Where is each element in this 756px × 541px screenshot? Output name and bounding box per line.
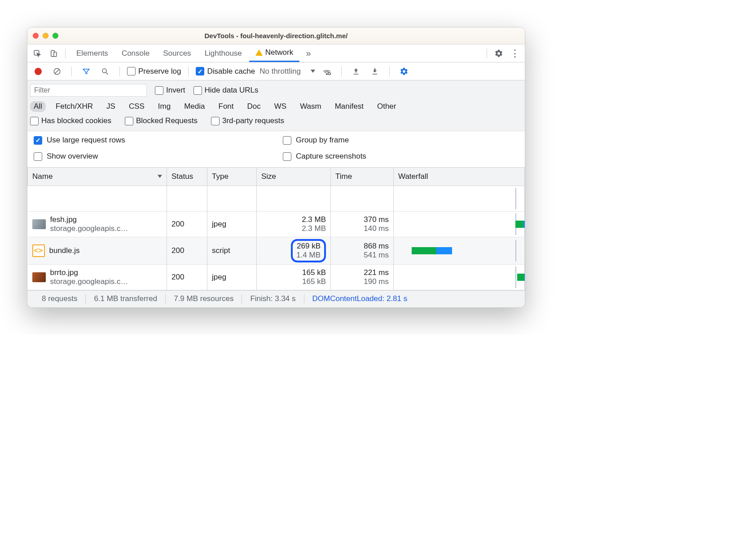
titlebar: DevTools - foul-heavenly-direction.glitc… <box>27 27 525 44</box>
type-fetchxhr[interactable]: Fetch/XHR <box>52 101 97 112</box>
settings-icon[interactable] <box>492 46 506 61</box>
row-size-resource: 165 kB <box>261 277 326 286</box>
row-time-latency: 140 ms <box>335 224 389 233</box>
status-transferred: 6.1 MB transferred <box>86 294 166 303</box>
waterfall-cell <box>398 240 520 262</box>
tab-console[interactable]: Console <box>115 44 156 62</box>
options-grid: ✓ Use large request rows Group by frame … <box>27 131 525 168</box>
blocked-requests-label: Blocked Requests <box>136 116 198 125</box>
tab-list: Elements Console Sources Lighthouse Netw… <box>70 44 299 62</box>
divider <box>487 49 487 58</box>
type-ws[interactable]: WS <box>271 101 290 112</box>
row-size-resource: 1.4 MB <box>296 251 321 260</box>
upload-icon[interactable] <box>349 64 363 79</box>
col-time[interactable]: Time <box>331 168 394 186</box>
filter-icon[interactable] <box>79 64 93 79</box>
search-icon[interactable] <box>98 64 112 79</box>
type-filter-row: All Fetch/XHR JS CSS Img Media Font Doc … <box>30 98 522 115</box>
row-time-latency: 190 ms <box>335 277 389 286</box>
status-requests: 8 requests <box>34 294 86 303</box>
record-button[interactable] <box>31 64 45 79</box>
filter-area: Invert Hide data URLs All Fetch/XHR JS C… <box>27 80 525 131</box>
table-row[interactable] <box>28 186 525 211</box>
divider <box>341 67 342 76</box>
type-media[interactable]: Media <box>180 101 208 112</box>
checkbox-icon <box>125 117 133 125</box>
status-domcontentloaded: DOMContentLoaded: 2.81 s <box>304 294 416 303</box>
type-other[interactable]: Other <box>374 101 400 112</box>
type-all[interactable]: All <box>30 101 46 112</box>
type-manifest[interactable]: Manifest <box>331 101 367 112</box>
table-row[interactable]: brrto.jpg storage.googleapis.c… 200 jpeg… <box>28 264 525 290</box>
device-toggle-icon[interactable] <box>46 46 61 61</box>
svg-point-7 <box>326 73 328 75</box>
row-size-transfer: 2.3 MB <box>261 215 326 224</box>
checkbox-icon <box>193 86 202 95</box>
col-type[interactable]: Type <box>207 168 257 186</box>
group-by-frame-checkbox[interactable]: Group by frame <box>283 136 519 145</box>
disable-cache-label: Disable cache <box>207 67 255 76</box>
row-type: script <box>207 237 257 264</box>
type-css[interactable]: CSS <box>125 101 148 112</box>
col-waterfall[interactable]: Waterfall <box>394 168 525 186</box>
show-overview-checkbox[interactable]: Show overview <box>34 152 269 161</box>
warning-icon <box>255 49 263 56</box>
filter-input[interactable] <box>30 84 147 97</box>
divider <box>188 67 189 76</box>
type-font[interactable]: Font <box>215 101 237 112</box>
network-toolbar: Preserve log ✓ Disable cache No throttli… <box>27 62 525 80</box>
checkbox-icon <box>127 67 136 75</box>
col-size[interactable]: Size <box>257 168 331 186</box>
blocked-cookies-checkbox[interactable]: Has blocked cookies <box>30 116 111 125</box>
col-status[interactable]: Status <box>167 168 207 186</box>
tab-elements[interactable]: Elements <box>70 44 114 62</box>
row-size-transfer: 269 kB <box>296 242 321 251</box>
row-status: 200 <box>167 237 207 264</box>
invert-checkbox[interactable]: Invert <box>155 86 185 95</box>
type-doc[interactable]: Doc <box>244 101 264 112</box>
row-domain: storage.googleapis.c… <box>50 224 128 233</box>
row-time-latency: 541 ms <box>335 251 389 260</box>
file-thumb-icon <box>32 272 46 282</box>
type-img[interactable]: Img <box>154 101 174 112</box>
tab-network-label: Network <box>265 48 293 57</box>
devtools-window: DevTools - foul-heavenly-direction.glitc… <box>27 27 525 308</box>
tab-network[interactable]: Network <box>249 44 299 62</box>
svg-rect-2 <box>54 52 57 57</box>
tab-sources[interactable]: Sources <box>157 44 197 62</box>
tab-lighthouse[interactable]: Lighthouse <box>198 44 248 62</box>
status-finish: Finish: 3.34 s <box>242 294 304 303</box>
status-bar: 8 requests 6.1 MB transferred 7.9 MB res… <box>27 290 525 307</box>
large-rows-checkbox[interactable]: ✓ Use large request rows <box>34 136 269 145</box>
clear-button[interactable] <box>50 64 64 79</box>
script-file-icon: <> <box>32 244 45 257</box>
network-settings-icon[interactable] <box>397 64 411 79</box>
preserve-log-checkbox[interactable]: Preserve log <box>127 67 181 76</box>
blocked-requests-checkbox[interactable]: Blocked Requests <box>125 116 198 125</box>
col-name[interactable]: Name <box>28 168 167 186</box>
network-conditions-icon[interactable] <box>320 64 334 79</box>
table-row[interactable]: <> bundle.js 200 script 269 kB 1.4 MB <box>28 237 525 264</box>
hide-data-urls-checkbox[interactable]: Hide data URLs <box>193 86 259 95</box>
inspect-icon[interactable] <box>30 46 44 61</box>
kebab-menu-icon[interactable]: ⋮ <box>508 46 522 61</box>
row-domain: storage.googleapis.c… <box>50 277 128 286</box>
table-row[interactable]: fesh.jpg storage.googleapis.c… 200 jpeg … <box>28 211 525 237</box>
third-party-label: 3rd-party requests <box>222 116 284 125</box>
col-name-label: Name <box>32 172 53 181</box>
throttling-select[interactable]: No throttling <box>259 67 315 76</box>
type-js[interactable]: JS <box>103 101 119 112</box>
download-icon[interactable] <box>368 64 382 79</box>
capture-screenshots-checkbox[interactable]: Capture screenshots <box>283 152 519 161</box>
divider <box>119 67 120 76</box>
blocked-cookies-label: Has blocked cookies <box>41 116 111 125</box>
checkbox-icon <box>155 86 163 95</box>
type-wasm[interactable]: Wasm <box>296 101 325 112</box>
svg-point-8 <box>328 72 330 75</box>
size-highlight: 269 kB 1.4 MB <box>291 239 326 262</box>
disable-cache-checkbox[interactable]: ✓ Disable cache <box>196 67 255 76</box>
more-tabs-icon[interactable]: » <box>301 46 316 61</box>
show-overview-label: Show overview <box>47 152 98 161</box>
row-type: jpeg <box>207 211 257 237</box>
third-party-checkbox[interactable]: 3rd-party requests <box>211 116 284 125</box>
